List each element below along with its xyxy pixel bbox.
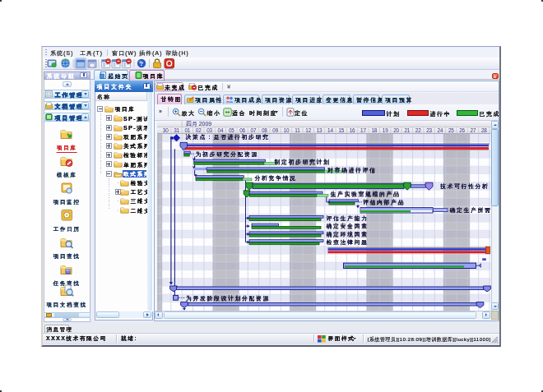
svg-text:评估生产能力: 评估生产能力	[327, 214, 369, 221]
svg-text:技术可行性分析: 技术可行性分析	[439, 182, 489, 189]
svg-text:26: 26	[459, 127, 465, 132]
svg-text:01: 01	[185, 127, 191, 132]
svg-text:14: 14	[327, 127, 333, 132]
svg-text:24: 24	[438, 127, 443, 132]
svg-text:对市场进行评估: 对市场进行评估	[327, 167, 376, 173]
svg-text:17: 17	[360, 127, 366, 132]
svg-text:06: 06	[239, 127, 245, 132]
svg-text:23: 23	[426, 127, 432, 132]
svg-text:30: 30	[163, 127, 169, 132]
svg-text:02: 02	[196, 127, 202, 132]
svg-text:生产实验室规模的产品: 生产实验室规模的产品	[331, 191, 401, 197]
svg-text:28: 28	[481, 127, 487, 132]
svg-text:03: 03	[207, 127, 212, 132]
svg-text:分析竞争情况: 分析竞争情况	[255, 174, 297, 181]
svg-text:15: 15	[338, 127, 344, 132]
svg-text:?: ?	[140, 59, 144, 67]
svg-text:11: 11	[295, 127, 300, 132]
svg-text:12: 12	[305, 127, 311, 132]
svg-text:21: 21	[405, 127, 411, 132]
svg-text:为开发阶段设计划分配资源: 为开发阶段设计划分配资源	[186, 295, 270, 302]
svg-text:07: 07	[251, 127, 257, 132]
svg-text:10: 10	[284, 127, 290, 132]
svg-text:20: 20	[393, 127, 399, 132]
svg-text:制定初步研究计划: 制定初步研究计划	[274, 159, 331, 165]
svg-text:09: 09	[272, 127, 278, 132]
svg-text:05: 05	[229, 127, 234, 132]
svg-text:决策点：是否进行初步研究: 决策点：是否进行初步研究	[186, 134, 270, 141]
svg-text:31: 31	[174, 127, 179, 132]
svg-text:16: 16	[350, 127, 355, 132]
svg-text:25: 25	[448, 127, 454, 132]
svg-text:检查法律问题: 检查法律问题	[327, 238, 369, 245]
svg-text:评估内部产品: 评估内部产品	[363, 199, 405, 205]
svg-text:确定生产所需的加工: 确定生产所需的加工	[449, 206, 491, 213]
svg-text:确定安全因素: 确定安全因素	[326, 223, 369, 229]
svg-text:22: 22	[415, 127, 421, 132]
svg-text:18: 18	[371, 127, 377, 132]
svg-text:13: 13	[317, 127, 323, 132]
svg-text:确定环境因素: 确定环境因素	[326, 231, 369, 238]
svg-text:08: 08	[262, 127, 267, 132]
svg-text:04: 04	[218, 127, 224, 132]
svg-text:27: 27	[471, 127, 476, 132]
svg-text:19: 19	[383, 127, 388, 132]
svg-text:为初步研究分配资源: 为初步研究分配资源	[196, 150, 258, 157]
